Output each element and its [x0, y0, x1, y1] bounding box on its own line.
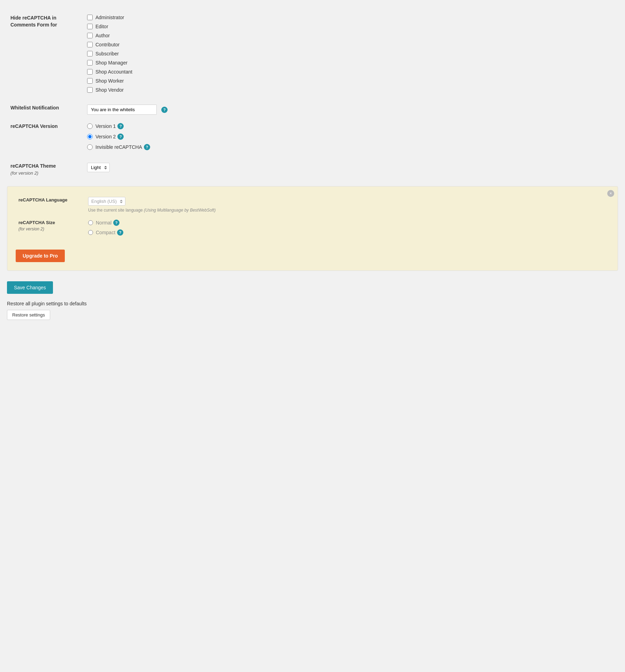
size-normal-label[interactable]: Normal [96, 220, 111, 226]
role-editor-label[interactable]: Editor [95, 24, 108, 29]
recaptcha-version-options: Version 1 ? Version 2 ? Invisible reCAPT… [84, 119, 618, 159]
whitelist-row: Whitelist Notification ? [7, 100, 618, 119]
recaptcha-version-label: reCAPTCHA Version [10, 123, 58, 129]
pro-box-row: × reCAPTCHA Language English (US) [7, 181, 618, 275]
role-author-row: Author [87, 33, 615, 38]
role-shop-manager-row: Shop Manager [87, 60, 615, 66]
version1-help-icon[interactable]: ? [117, 123, 124, 129]
whitelist-label: Whitelist Notification [10, 105, 59, 110]
invisible-row: Invisible reCAPTCHA ? [87, 144, 615, 150]
language-cell: English (US) Use the current site langua… [85, 193, 609, 216]
role-shop-accountant-row: Shop Accountant [87, 69, 615, 75]
whitelist-input[interactable] [87, 105, 157, 115]
save-changes-button[interactable]: Save Changes [7, 281, 53, 294]
role-administrator-label[interactable]: Administrator [95, 15, 124, 20]
role-author-label[interactable]: Author [95, 33, 110, 38]
theme-cell: Light Dark [84, 159, 618, 181]
hide-recaptcha-row: Hide reCAPTCHA in Comments Form for Admi… [7, 10, 618, 100]
role-shop-manager-label[interactable]: Shop Manager [95, 60, 128, 66]
size-compact-label[interactable]: Compact [96, 230, 115, 235]
settings-table: Hide reCAPTCHA in Comments Form for Admi… [7, 10, 618, 275]
role-subscriber-label[interactable]: Subscriber [95, 51, 119, 56]
theme-sub-label: (for version 2) [10, 170, 38, 176]
role-administrator-row: Administrator [87, 15, 615, 20]
size-normal-row: Normal ? [88, 220, 607, 226]
hide-recaptcha-options: Administrator Editor Author Contributor … [84, 10, 618, 100]
version2-help-icon[interactable]: ? [117, 133, 124, 140]
invisible-label[interactable]: Invisible reCAPTCHA [95, 144, 142, 150]
pro-box-close-button[interactable]: × [607, 190, 614, 197]
role-shop-vendor-row: Shop Vendor [87, 87, 615, 93]
version1-radio[interactable] [87, 123, 93, 129]
role-shop-accountant-checkbox[interactable] [87, 69, 93, 75]
version2-radio[interactable] [87, 134, 93, 139]
role-shop-vendor-checkbox[interactable] [87, 87, 93, 93]
size-sub-label: (for version 2) [18, 227, 44, 231]
whitelist-cell: ? [84, 100, 618, 119]
invisible-help-icon[interactable]: ? [144, 144, 150, 150]
role-shop-manager-checkbox[interactable] [87, 60, 93, 66]
role-contributor-row: Contributor [87, 42, 615, 47]
size-compact-help-icon[interactable]: ? [117, 229, 123, 236]
language-row: reCAPTCHA Language English (US) Use the … [16, 193, 609, 216]
theme-select[interactable]: Light Dark [87, 163, 110, 172]
role-contributor-checkbox[interactable] [87, 42, 93, 47]
role-editor-checkbox[interactable] [87, 24, 93, 29]
role-shop-worker-label[interactable]: Shop Worker [95, 78, 124, 84]
restore-section: Restore all plugin settings to defaults … [7, 301, 618, 320]
pro-box-cell: × reCAPTCHA Language English (US) [7, 181, 618, 275]
role-shop-worker-row: Shop Worker [87, 78, 615, 84]
size-row: reCAPTCHA Size (for version 2) Normal ? [16, 216, 609, 243]
multilanguage-note: (Using Multilanguage by BestWebSoft) [144, 208, 216, 213]
whitelist-help-icon[interactable]: ? [161, 107, 168, 113]
size-compact-radio[interactable] [88, 230, 93, 235]
role-contributor-label[interactable]: Contributor [95, 42, 119, 47]
role-administrator-checkbox[interactable] [87, 15, 93, 20]
role-subscriber-checkbox[interactable] [87, 51, 93, 56]
language-select[interactable]: English (US) [88, 197, 125, 206]
close-icon: × [609, 191, 612, 196]
size-compact-row: Compact ? [88, 229, 607, 236]
restore-settings-button[interactable]: Restore settings [7, 310, 50, 320]
role-editor-row: Editor [87, 24, 615, 29]
size-normal-radio[interactable] [88, 220, 93, 225]
hide-recaptcha-label: Hide reCAPTCHA in Comments Form for [10, 15, 57, 28]
role-author-checkbox[interactable] [87, 33, 93, 38]
invisible-radio[interactable] [87, 144, 93, 150]
role-shop-vendor-label[interactable]: Shop Vendor [95, 87, 124, 93]
role-subscriber-row: Subscriber [87, 51, 615, 56]
recaptcha-version-row: reCAPTCHA Version Version 1 ? Version 2 … [7, 119, 618, 159]
version2-row: Version 2 ? [87, 133, 615, 140]
role-shop-worker-checkbox[interactable] [87, 78, 93, 84]
recaptcha-theme-row: reCAPTCHA Theme (for version 2) Light Da… [7, 159, 618, 181]
use-current-lang-text: Use the current site language (Using Mul… [88, 208, 607, 213]
save-changes-section: Save Changes [7, 275, 618, 301]
version1-row: Version 1 ? [87, 123, 615, 129]
theme-label: reCAPTCHA Theme [10, 163, 56, 169]
size-label: reCAPTCHA Size [18, 220, 55, 225]
size-cell: Normal ? Compact ? [85, 216, 609, 243]
version2-label[interactable]: Version 2 [95, 134, 116, 139]
version1-label[interactable]: Version 1 [95, 123, 116, 129]
role-shop-accountant-label[interactable]: Shop Accountant [95, 69, 132, 75]
pro-table: reCAPTCHA Language English (US) Use the … [16, 193, 609, 243]
restore-text: Restore all plugin settings to defaults [7, 301, 618, 306]
pro-box: × reCAPTCHA Language English (US) [7, 186, 618, 271]
upgrade-to-pro-button[interactable]: Upgrade to Pro [16, 250, 65, 262]
size-normal-help-icon[interactable]: ? [113, 220, 119, 226]
language-label: reCAPTCHA Language [18, 197, 67, 203]
